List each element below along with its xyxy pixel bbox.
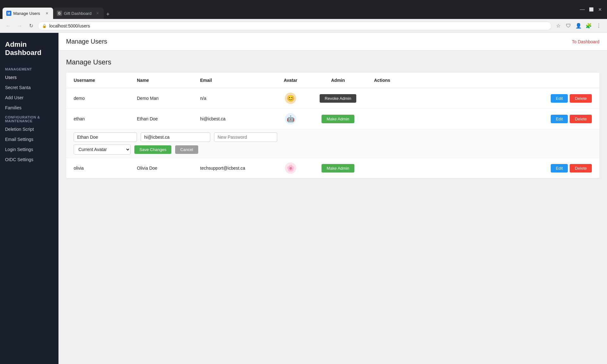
address-bar[interactable]: 🔒 localhost:5000/users — [38, 21, 551, 30]
make-admin-button-ethan[interactable]: Make Admin — [322, 115, 354, 123]
lock-icon: 🔒 — [42, 24, 47, 28]
user-demo-actions: Edit Delete — [366, 88, 599, 109]
sidebar-item-email-settings[interactable]: Email Settings — [0, 134, 58, 144]
user-olivia-actions: Edit Delete — [366, 158, 599, 179]
edit-row-cell: Current Avatar Avatar 1 Avatar 2 Avatar … — [66, 129, 599, 158]
sidebar-item-oidc-label: OIDC Settings — [5, 157, 33, 162]
main-content: Manage Users To Dashboard Manage Users U… — [58, 33, 607, 364]
sidebar-item-oidc-settings[interactable]: OIDC Settings — [0, 155, 58, 165]
sidebar-item-secret-santa-label: Secret Santa — [5, 85, 31, 90]
edit-email-input[interactable] — [141, 132, 210, 142]
tab-favicon-active: M — [6, 11, 11, 16]
user-olivia-name: Olivia Doe — [129, 158, 193, 179]
user-ethan-avatar: 🤖 — [272, 109, 310, 129]
user-olivia-username: olivia — [66, 158, 129, 179]
tab-close-inactive[interactable]: ✕ — [95, 11, 100, 16]
tab-bar: M Manage Users ✕ G Gift Dashboard ✕ + — [3, 0, 112, 19]
col-header-admin: Admin — [310, 73, 366, 88]
col-header-username: Username — [66, 73, 129, 88]
edit-name-input[interactable] — [74, 132, 137, 142]
to-dashboard-link[interactable]: To Dashboard — [572, 39, 599, 44]
sidebar-item-deletion-label: Deletion Script — [5, 127, 34, 132]
tab-manage-users[interactable]: M Manage Users ✕ — [3, 8, 53, 19]
tab-gift-dashboard[interactable]: G Gift Dashboard ✕ — [53, 8, 104, 19]
user-olivia-avatar: 🌸 — [272, 158, 310, 179]
avatar-ethan: 🤖 — [285, 113, 296, 124]
avatar-demo: 😊 — [285, 93, 296, 104]
sidebar-item-users[interactable]: Users — [0, 72, 58, 82]
sidebar-item-secret-santa[interactable]: Secret Santa — [0, 82, 58, 93]
user-demo-admin-cell: Revoke Admin — [310, 88, 366, 109]
section-title: Manage Users — [66, 58, 599, 66]
user-ethan-email: hi@icbest.ca — [193, 109, 272, 129]
bookmark-button[interactable]: ☆ — [554, 21, 563, 30]
shields-button[interactable]: 🛡 — [564, 21, 573, 30]
sidebar-item-add-user[interactable]: Add User — [0, 93, 58, 103]
sidebar-item-deletion-script[interactable]: Deletion Script — [0, 124, 58, 134]
nav-bar: ← → ↻ 🔒 localhost:5000/users ☆ 🛡 👤 🧩 ⋮ — [0, 19, 607, 33]
table-row: ethan Ethan Doe hi@icbest.ca 🤖 Make Admi… — [66, 109, 599, 129]
users-table-card: Username Name Email Avatar Admin Actions… — [66, 73, 599, 178]
user-olivia-admin-cell: Make Admin — [310, 158, 366, 179]
ethan-action-buttons: Edit Delete — [374, 115, 592, 123]
edit-form: Current Avatar Avatar 1 Avatar 2 Avatar … — [74, 132, 592, 155]
nav-actions: ☆ 🛡 👤 🧩 ⋮ — [554, 21, 603, 30]
user-ethan-actions: Edit Delete — [366, 109, 599, 129]
avatar-select[interactable]: Current Avatar Avatar 1 Avatar 2 Avatar … — [74, 144, 131, 155]
tab-favicon-inactive: G — [57, 11, 62, 16]
edit-button-ethan[interactable]: Edit — [551, 115, 568, 123]
maximize-button[interactable]: ⬜ — [588, 6, 594, 13]
edit-row-ethan: Current Avatar Avatar 1 Avatar 2 Avatar … — [66, 129, 599, 158]
edit-fields-top — [74, 132, 592, 142]
sidebar-item-users-label: Users — [5, 75, 17, 80]
profile-button[interactable]: 👤 — [574, 21, 583, 30]
new-tab-button[interactable]: + — [104, 10, 112, 19]
sidebar-management-label: MANAGEMENT — [0, 65, 58, 72]
col-header-actions: Actions — [366, 73, 599, 88]
sidebar-item-families[interactable]: Families — [0, 103, 58, 113]
col-header-avatar: Avatar — [272, 73, 310, 88]
sidebar-item-login-label: Login Settings — [5, 147, 33, 152]
tab-close-active[interactable]: ✕ — [44, 11, 49, 16]
minimize-button[interactable]: — — [579, 6, 586, 13]
edit-actions-row: Current Avatar Avatar 1 Avatar 2 Avatar … — [74, 144, 592, 155]
delete-button-olivia[interactable]: Delete — [570, 164, 592, 173]
user-ethan-admin-cell: Make Admin — [310, 109, 366, 129]
sidebar-config-label: CONFIGURATION & MAINTENANCE — [0, 113, 58, 124]
edit-password-input[interactable] — [214, 132, 277, 142]
address-text: localhost:5000/users — [49, 23, 90, 28]
table-row: olivia Olivia Doe techsupport@icbest.ca … — [66, 158, 599, 179]
revoke-admin-button-demo[interactable]: Revoke Admin — [320, 94, 356, 103]
user-demo-name: Demo Man — [129, 88, 193, 109]
sidebar-item-login-settings[interactable]: Login Settings — [0, 144, 58, 155]
user-ethan-name: Ethan Doe — [129, 109, 193, 129]
table-header: Username Name Email Avatar Admin Actions — [66, 73, 599, 88]
cancel-button[interactable]: Cancel — [175, 145, 198, 154]
sidebar: Admin Dashboard MANAGEMENT Users Secret … — [0, 33, 58, 364]
back-button[interactable]: ← — [4, 21, 13, 30]
reload-button[interactable]: ↻ — [27, 21, 35, 30]
forward-button[interactable]: → — [15, 21, 24, 30]
edit-button-olivia[interactable]: Edit — [551, 164, 568, 173]
sidebar-title: Admin Dashboard — [0, 38, 58, 65]
make-admin-button-olivia[interactable]: Make Admin — [322, 164, 354, 173]
user-ethan-username: ethan — [66, 109, 129, 129]
menu-button[interactable]: ⋮ — [594, 21, 603, 30]
col-header-name: Name — [129, 73, 193, 88]
delete-button-demo[interactable]: Delete — [570, 94, 592, 103]
avatar-olivia: 🌸 — [285, 162, 296, 174]
table-row: demo Demo Man n/a 😊 Revoke Admin — [66, 88, 599, 109]
sidebar-item-families-label: Families — [5, 105, 21, 110]
tab-label-inactive: Gift Dashboard — [64, 11, 93, 16]
save-changes-button[interactable]: Save Changes — [134, 145, 171, 154]
delete-button-ethan[interactable]: Delete — [570, 115, 592, 123]
user-demo-avatar: 😊 — [272, 88, 310, 109]
edit-button-demo[interactable]: Edit — [551, 94, 568, 103]
sidebar-item-add-user-label: Add User — [5, 95, 23, 100]
page-header: Manage Users To Dashboard — [58, 33, 607, 51]
close-button[interactable]: ✕ — [597, 6, 603, 13]
page-content: Manage Users Username Name Email Avatar … — [58, 51, 607, 364]
demo-action-buttons: Edit Delete — [374, 94, 592, 103]
user-demo-email: n/a — [193, 88, 272, 109]
extensions-button[interactable]: 🧩 — [584, 21, 593, 30]
